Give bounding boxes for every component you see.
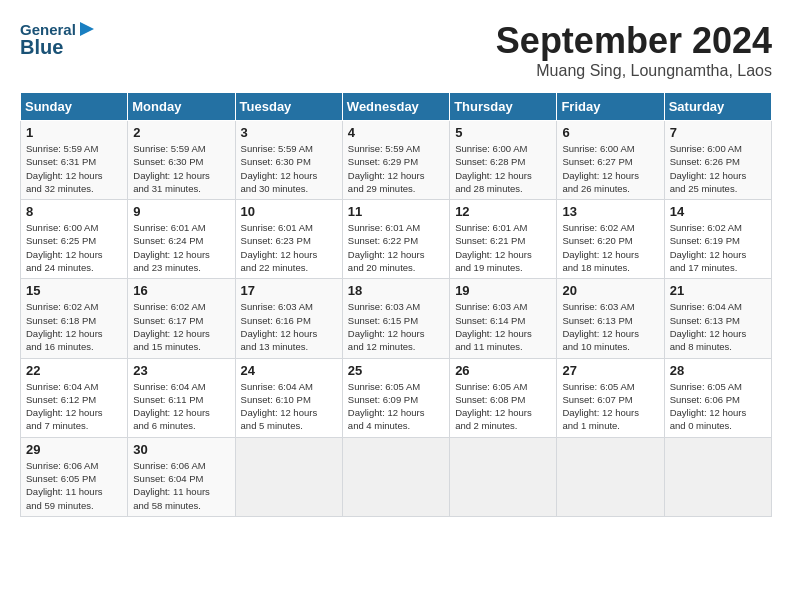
day-detail: Sunrise: 6:00 AMSunset: 6:26 PMDaylight:… [670, 142, 766, 195]
day-number: 19 [455, 283, 551, 298]
calendar-cell: 12Sunrise: 6:01 AMSunset: 6:21 PMDayligh… [450, 200, 557, 279]
logo-blue: Blue [20, 38, 63, 56]
day-number: 1 [26, 125, 122, 140]
column-header-saturday: Saturday [664, 93, 771, 121]
day-detail: Sunrise: 6:00 AMSunset: 6:28 PMDaylight:… [455, 142, 551, 195]
day-number: 15 [26, 283, 122, 298]
day-detail: Sunrise: 6:03 AMSunset: 6:14 PMDaylight:… [455, 300, 551, 353]
day-detail: Sunrise: 5:59 AMSunset: 6:29 PMDaylight:… [348, 142, 444, 195]
day-detail: Sunrise: 6:03 AMSunset: 6:16 PMDaylight:… [241, 300, 337, 353]
day-number: 30 [133, 442, 229, 457]
calendar-cell: 14Sunrise: 6:02 AMSunset: 6:19 PMDayligh… [664, 200, 771, 279]
calendar-subtitle: Muang Sing, Loungnamtha, Laos [496, 62, 772, 80]
day-detail: Sunrise: 6:01 AMSunset: 6:24 PMDaylight:… [133, 221, 229, 274]
day-detail: Sunrise: 6:02 AMSunset: 6:19 PMDaylight:… [670, 221, 766, 274]
day-number: 21 [670, 283, 766, 298]
day-detail: Sunrise: 6:01 AMSunset: 6:23 PMDaylight:… [241, 221, 337, 274]
calendar-cell [664, 437, 771, 516]
calendar-cell: 29Sunrise: 6:06 AMSunset: 6:05 PMDayligh… [21, 437, 128, 516]
day-number: 18 [348, 283, 444, 298]
calendar-cell: 3Sunrise: 5:59 AMSunset: 6:30 PMDaylight… [235, 121, 342, 200]
day-detail: Sunrise: 6:03 AMSunset: 6:15 PMDaylight:… [348, 300, 444, 353]
day-detail: Sunrise: 6:03 AMSunset: 6:13 PMDaylight:… [562, 300, 658, 353]
day-number: 28 [670, 363, 766, 378]
day-detail: Sunrise: 6:01 AMSunset: 6:22 PMDaylight:… [348, 221, 444, 274]
calendar-table: SundayMondayTuesdayWednesdayThursdayFrid… [20, 92, 772, 517]
day-number: 3 [241, 125, 337, 140]
calendar-cell: 17Sunrise: 6:03 AMSunset: 6:16 PMDayligh… [235, 279, 342, 358]
day-number: 14 [670, 204, 766, 219]
calendar-cell: 30Sunrise: 6:06 AMSunset: 6:04 PMDayligh… [128, 437, 235, 516]
calendar-cell: 19Sunrise: 6:03 AMSunset: 6:14 PMDayligh… [450, 279, 557, 358]
day-detail: Sunrise: 6:06 AMSunset: 6:05 PMDaylight:… [26, 459, 122, 512]
day-number: 13 [562, 204, 658, 219]
column-header-monday: Monday [128, 93, 235, 121]
day-detail: Sunrise: 6:05 AMSunset: 6:06 PMDaylight:… [670, 380, 766, 433]
day-number: 5 [455, 125, 551, 140]
calendar-cell: 6Sunrise: 6:00 AMSunset: 6:27 PMDaylight… [557, 121, 664, 200]
calendar-cell: 11Sunrise: 6:01 AMSunset: 6:22 PMDayligh… [342, 200, 449, 279]
day-number: 9 [133, 204, 229, 219]
day-number: 23 [133, 363, 229, 378]
title-section: September 2024 Muang Sing, Loungnamtha, … [496, 20, 772, 80]
day-detail: Sunrise: 6:02 AMSunset: 6:20 PMDaylight:… [562, 221, 658, 274]
calendar-cell: 20Sunrise: 6:03 AMSunset: 6:13 PMDayligh… [557, 279, 664, 358]
day-number: 11 [348, 204, 444, 219]
day-number: 6 [562, 125, 658, 140]
day-number: 26 [455, 363, 551, 378]
calendar-cell: 28Sunrise: 6:05 AMSunset: 6:06 PMDayligh… [664, 358, 771, 437]
calendar-cell: 1Sunrise: 5:59 AMSunset: 6:31 PMDaylight… [21, 121, 128, 200]
calendar-cell: 18Sunrise: 6:03 AMSunset: 6:15 PMDayligh… [342, 279, 449, 358]
day-detail: Sunrise: 6:04 AMSunset: 6:11 PMDaylight:… [133, 380, 229, 433]
calendar-cell: 26Sunrise: 6:05 AMSunset: 6:08 PMDayligh… [450, 358, 557, 437]
day-number: 16 [133, 283, 229, 298]
column-header-friday: Friday [557, 93, 664, 121]
calendar-cell: 7Sunrise: 6:00 AMSunset: 6:26 PMDaylight… [664, 121, 771, 200]
calendar-cell: 13Sunrise: 6:02 AMSunset: 6:20 PMDayligh… [557, 200, 664, 279]
day-number: 4 [348, 125, 444, 140]
day-detail: Sunrise: 5:59 AMSunset: 6:30 PMDaylight:… [241, 142, 337, 195]
calendar-cell: 15Sunrise: 6:02 AMSunset: 6:18 PMDayligh… [21, 279, 128, 358]
calendar-cell: 25Sunrise: 6:05 AMSunset: 6:09 PMDayligh… [342, 358, 449, 437]
day-number: 7 [670, 125, 766, 140]
day-detail: Sunrise: 6:05 AMSunset: 6:09 PMDaylight:… [348, 380, 444, 433]
day-detail: Sunrise: 6:04 AMSunset: 6:13 PMDaylight:… [670, 300, 766, 353]
calendar-cell: 21Sunrise: 6:04 AMSunset: 6:13 PMDayligh… [664, 279, 771, 358]
logo-arrow-icon [76, 20, 94, 38]
day-detail: Sunrise: 6:02 AMSunset: 6:17 PMDaylight:… [133, 300, 229, 353]
svg-marker-0 [80, 22, 94, 36]
day-number: 2 [133, 125, 229, 140]
column-header-sunday: Sunday [21, 93, 128, 121]
day-number: 20 [562, 283, 658, 298]
logo-general: General [20, 21, 76, 38]
day-detail: Sunrise: 6:04 AMSunset: 6:10 PMDaylight:… [241, 380, 337, 433]
calendar-cell: 8Sunrise: 6:00 AMSunset: 6:25 PMDaylight… [21, 200, 128, 279]
day-detail: Sunrise: 6:02 AMSunset: 6:18 PMDaylight:… [26, 300, 122, 353]
calendar-cell: 27Sunrise: 6:05 AMSunset: 6:07 PMDayligh… [557, 358, 664, 437]
day-number: 10 [241, 204, 337, 219]
logo: General Blue [20, 20, 94, 56]
calendar-title: September 2024 [496, 20, 772, 62]
day-detail: Sunrise: 6:01 AMSunset: 6:21 PMDaylight:… [455, 221, 551, 274]
day-number: 24 [241, 363, 337, 378]
column-header-tuesday: Tuesday [235, 93, 342, 121]
day-number: 25 [348, 363, 444, 378]
calendar-cell: 16Sunrise: 6:02 AMSunset: 6:17 PMDayligh… [128, 279, 235, 358]
day-number: 29 [26, 442, 122, 457]
day-detail: Sunrise: 6:00 AMSunset: 6:27 PMDaylight:… [562, 142, 658, 195]
day-number: 8 [26, 204, 122, 219]
day-number: 22 [26, 363, 122, 378]
day-number: 12 [455, 204, 551, 219]
column-header-thursday: Thursday [450, 93, 557, 121]
day-detail: Sunrise: 5:59 AMSunset: 6:31 PMDaylight:… [26, 142, 122, 195]
calendar-cell: 24Sunrise: 6:04 AMSunset: 6:10 PMDayligh… [235, 358, 342, 437]
day-detail: Sunrise: 6:05 AMSunset: 6:08 PMDaylight:… [455, 380, 551, 433]
calendar-cell: 2Sunrise: 5:59 AMSunset: 6:30 PMDaylight… [128, 121, 235, 200]
day-detail: Sunrise: 6:06 AMSunset: 6:04 PMDaylight:… [133, 459, 229, 512]
column-header-wednesday: Wednesday [342, 93, 449, 121]
calendar-cell: 4Sunrise: 5:59 AMSunset: 6:29 PMDaylight… [342, 121, 449, 200]
calendar-cell [342, 437, 449, 516]
calendar-cell [235, 437, 342, 516]
day-number: 17 [241, 283, 337, 298]
day-detail: Sunrise: 6:04 AMSunset: 6:12 PMDaylight:… [26, 380, 122, 433]
